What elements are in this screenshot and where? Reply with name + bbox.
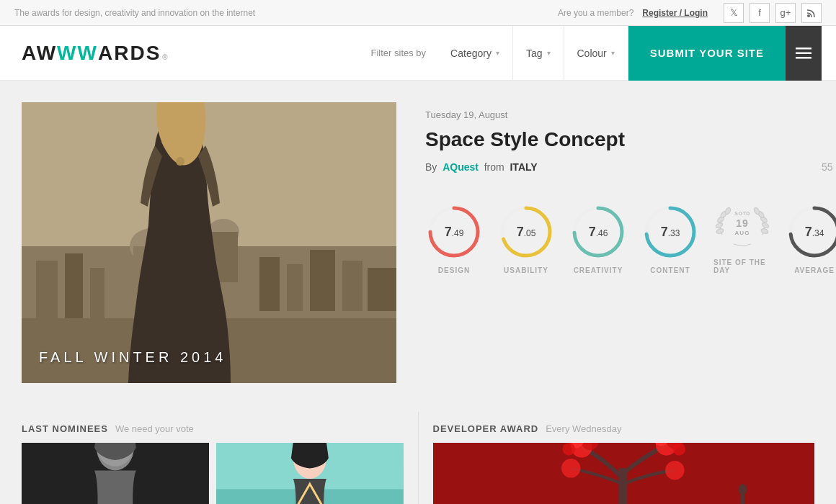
nominees-subtitle: We need your vote	[115, 423, 194, 434]
nominee-thumbnail-1[interactable]	[22, 443, 209, 504]
logo-registered: ®	[162, 53, 169, 61]
creativity-label: CREATIVITY	[574, 266, 623, 274]
category-label: Category	[450, 48, 492, 59]
svg-point-36	[760, 228, 768, 234]
tag-chevron-icon: ▾	[547, 49, 551, 57]
nominee-1-image	[22, 443, 209, 504]
featured-author: By AQuest from ITALY 55 ♥	[425, 161, 836, 174]
svg-rect-3	[796, 57, 811, 59]
developer-1-image	[433, 443, 815, 504]
developer-title: DEVELOPER AWARD	[433, 423, 539, 434]
featured-image[interactable]: FALL WINTER 2014	[22, 102, 396, 383]
svg-rect-1	[796, 48, 811, 50]
developer-thumbnail-1[interactable]	[433, 443, 815, 504]
content-score: 7.33 CONTENT	[641, 203, 699, 274]
logo-ards: ARDS	[98, 42, 161, 65]
svg-point-66	[738, 484, 747, 495]
developer-subtitle: Every Wednesday	[546, 423, 621, 434]
member-prompt: Are you a member?	[558, 8, 633, 18]
hamburger-icon	[796, 48, 811, 59]
tag-label: Tag	[526, 48, 543, 59]
scores-container: 7.49 DESIGN 7.05 USABILITY	[425, 195, 836, 274]
creativity-score: 7.46 CREATIVITY	[569, 203, 627, 274]
sotd-container: SOTD 19 AUG	[713, 195, 771, 253]
average-score-value: 7.34	[805, 224, 824, 239]
developer-section: DEVELOPER AWARD Every Wednesday	[418, 412, 815, 504]
design-decimal: .49	[452, 228, 464, 238]
top-bar: The awards for design, creativity and in…	[0, 0, 836, 26]
featured-title[interactable]: Space Style Concept	[425, 127, 836, 152]
usability-score: 7.05 USABILITY	[497, 203, 555, 274]
social-icons: 𝕏 f g+	[724, 3, 822, 23]
category-chevron-icon: ▾	[496, 49, 499, 57]
developer-header: DEVELOPER AWARD Every Wednesday	[433, 412, 815, 443]
likes-number: 55	[822, 161, 833, 173]
design-score: 7.49 DESIGN	[425, 203, 483, 274]
colour-filter-button[interactable]: Colour ▾	[564, 26, 628, 81]
svg-rect-14	[287, 264, 303, 311]
author-name[interactable]: AQuest	[443, 161, 479, 173]
average-decimal: .34	[812, 228, 824, 238]
svg-point-63	[665, 461, 684, 480]
creativity-decimal: .46	[596, 228, 608, 238]
svg-point-55	[562, 443, 575, 456]
tag-filter-button[interactable]: Tag ▾	[513, 26, 564, 81]
hamburger-menu-button[interactable]	[786, 26, 822, 81]
svg-point-62	[561, 459, 579, 477]
usability-score-value: 7.05	[517, 224, 536, 239]
featured-date: Tuesday 19, August	[425, 109, 836, 120]
bottom-section: LAST NOMINEES We need your vote	[22, 412, 814, 504]
filter-label: Filter sites by	[371, 48, 427, 58]
fashion-background: FALL WINTER 2014	[22, 102, 396, 383]
twitter-icon[interactable]: 𝕏	[724, 3, 744, 23]
design-score-value: 7.49	[445, 224, 464, 239]
svg-rect-16	[342, 261, 363, 311]
content-circle: 7.33	[641, 203, 699, 261]
svg-rect-6	[36, 261, 58, 318]
author-text: By AQuest from ITALY	[425, 161, 538, 173]
average-score: 7.34 AVERAGE	[786, 203, 836, 274]
rss-icon[interactable]	[801, 3, 822, 23]
svg-rect-7	[65, 253, 83, 318]
colour-chevron-icon: ▾	[611, 49, 615, 57]
average-label: AVERAGE	[794, 266, 835, 274]
usability-decimal: .05	[524, 228, 536, 238]
register-login-link[interactable]: Register / Login	[642, 8, 708, 18]
main-content: FALL WINTER 2014 Tuesday 19, August Spac…	[0, 81, 836, 504]
nominees-title: LAST NOMINEES	[22, 423, 108, 434]
nominee-thumbnail-2[interactable]	[216, 443, 404, 504]
svg-rect-2	[796, 52, 811, 54]
sotd-wreath-icon	[713, 195, 771, 253]
average-circle: 7.34	[786, 203, 836, 261]
content-score-value: 7.33	[661, 224, 680, 239]
facebook-icon[interactable]: f	[750, 3, 770, 23]
likes-count[interactable]: 55 ♥	[822, 161, 836, 174]
svg-point-0	[807, 14, 810, 17]
header-right: Filter sites by Category ▾ Tag ▾ Colour …	[371, 26, 822, 81]
logo-ww: WW	[57, 42, 98, 65]
svg-rect-13	[259, 257, 280, 311]
nominee-2-image	[216, 443, 404, 504]
svg-point-60	[672, 443, 685, 456]
usability-label: USABILITY	[504, 266, 548, 274]
featured-section: FALL WINTER 2014 Tuesday 19, August Spac…	[22, 102, 814, 383]
author-country: ITALY	[510, 161, 537, 173]
author-prefix: By	[425, 161, 437, 173]
usability-circle: 7.05	[497, 203, 555, 261]
top-bar-right: Are you a member? Register / Login 𝕏 f g…	[558, 3, 822, 23]
sotd-label-text: SITE OF THE DAY	[713, 258, 771, 274]
svg-point-35	[724, 207, 732, 215]
featured-overlay-text: FALL WINTER 2014	[39, 349, 226, 366]
nominees-header: LAST NOMINEES We need your vote	[22, 412, 404, 443]
creativity-score-value: 7.46	[589, 224, 608, 239]
logo[interactable]: AWWWARDS®	[22, 42, 169, 65]
creativity-circle: 7.46	[569, 203, 627, 261]
googleplus-icon[interactable]: g+	[775, 3, 796, 23]
nominees-section: LAST NOMINEES We need your vote	[22, 412, 418, 504]
content-label: CONTENT	[650, 266, 690, 274]
submit-site-button[interactable]: SUBMIT YOUR SITE	[628, 26, 786, 81]
from-text: from	[484, 161, 504, 173]
logo-aw: AW	[22, 42, 57, 65]
design-label: DESIGN	[438, 266, 470, 274]
category-filter-button[interactable]: Category ▾	[437, 26, 513, 81]
